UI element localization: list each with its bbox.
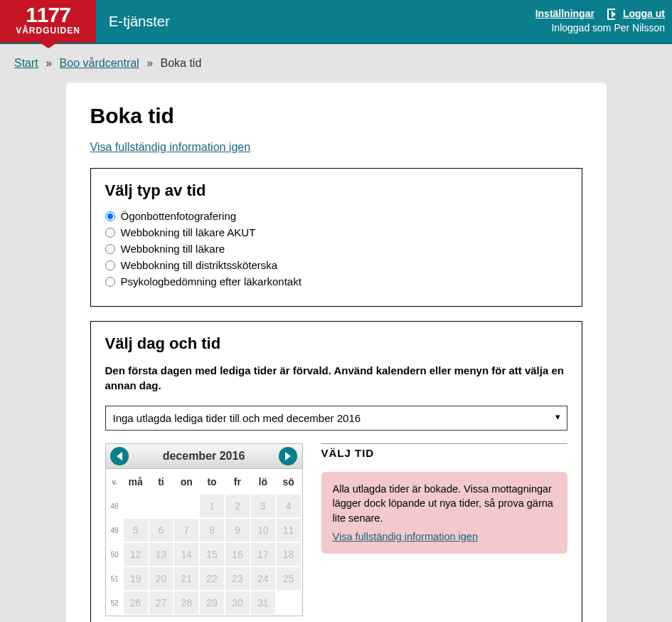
calendar-week-header: v.: [107, 470, 123, 494]
section-day-heading: Välj dag och tid: [105, 334, 567, 353]
breadcrumb-start[interactable]: Start: [14, 57, 38, 69]
appointment-type-radio[interactable]: [105, 260, 115, 270]
calendar-day[interactable]: 24: [250, 566, 276, 591]
calendar-day[interactable]: 11: [276, 518, 302, 542]
calendar-day[interactable]: 17: [250, 542, 276, 566]
breadcrumb: Start » Boo vårdcentral » Boka tid: [0, 44, 672, 83]
calendar-day[interactable]: 23: [225, 566, 250, 591]
calendar-day-header: fr: [225, 470, 250, 494]
calendar-next-button[interactable]: [279, 447, 297, 465]
time-column: VÄLJ TID Alla utlagda tider är bokade. V…: [321, 443, 567, 554]
appointment-type-option[interactable]: Ögonbottenfotografering: [105, 210, 567, 222]
appointment-type-label: Psykologbedömning efter läkarkontakt: [121, 275, 302, 288]
calendar-day[interactable]: 5: [123, 518, 149, 542]
logo-subtitle: VÅRDGUIDEN: [0, 26, 96, 36]
service-name: E-tjänster: [109, 14, 170, 30]
calendar-day[interactable]: 28: [174, 591, 199, 615]
calendar-week-number: 51: [107, 566, 123, 591]
calendar-day[interactable]: 30: [225, 591, 250, 615]
show-full-info-link[interactable]: Visa fullständig information igen: [90, 141, 251, 153]
calendar: december 2016 v.måtiontofrlösö4812344956…: [105, 443, 303, 616]
calendar-day[interactable]: 19: [123, 566, 149, 591]
logo-number: 1177: [0, 0, 96, 26]
appointment-type-option[interactable]: Psykologbedömning efter läkarkontakt: [105, 275, 567, 288]
calendar-day[interactable]: 25: [276, 566, 302, 591]
calendar-day[interactable]: 18: [276, 542, 302, 566]
calendar-day[interactable]: 21: [174, 566, 199, 591]
calendar-week-number: 52: [107, 591, 123, 615]
calendar-day[interactable]: 4: [276, 494, 302, 518]
breadcrumb-separator: »: [41, 57, 56, 69]
calendar-day[interactable]: 3: [250, 494, 276, 518]
chevron-right-icon: [285, 452, 291, 460]
calendar-prev-button[interactable]: [110, 447, 129, 465]
calendar-week-number: 50: [107, 542, 123, 566]
calendar-day-header: lö: [250, 470, 276, 494]
calendar-day[interactable]: 7: [174, 518, 199, 542]
info-box-link[interactable]: Visa fullständig information igen: [333, 529, 556, 544]
calendar-day[interactable]: 26: [123, 591, 149, 615]
calendar-week-number: 48: [107, 494, 123, 518]
calendar-day[interactable]: 13: [149, 542, 174, 566]
logged-in-as: Inloggad som Per Nilsson: [535, 21, 665, 36]
calendar-day[interactable]: 15: [199, 542, 225, 566]
logout-icon: [607, 9, 619, 20]
appointment-type-radio[interactable]: [105, 277, 115, 287]
appointment-type-radio[interactable]: [105, 228, 115, 238]
header-right: Inställningar Logga ut Inloggad som Per …: [535, 7, 665, 35]
logout-link[interactable]: Logga ut: [623, 7, 665, 21]
breadcrumb-center[interactable]: Boo vårdcentral: [60, 57, 139, 69]
no-times-info-box: Alla utlagda tider är bokade. Vissa mott…: [321, 472, 567, 554]
calendar-day[interactable]: 8: [199, 518, 225, 542]
calendar-day[interactable]: 29: [199, 591, 225, 615]
calendar-day[interactable]: 2: [225, 494, 250, 518]
appointment-type-radio[interactable]: [105, 244, 115, 254]
appointment-type-option[interactable]: Webbokning till distriktssköterska: [105, 259, 567, 271]
calendar-day[interactable]: 12: [123, 542, 149, 566]
calendar-day[interactable]: 22: [199, 566, 225, 591]
chevron-left-icon: [117, 452, 122, 460]
appointment-type-option[interactable]: Webbokning till läkare: [105, 243, 567, 255]
choose-time-heading: VÄLJ TID: [321, 443, 567, 459]
calendar-title: december 2016: [163, 450, 245, 463]
calendar-day-header: on: [174, 470, 199, 494]
appointment-type-label: Webbokning till läkare AKUT: [121, 226, 256, 238]
calendar-day[interactable]: 16: [225, 542, 250, 566]
settings-link[interactable]: Inställningar: [535, 7, 594, 21]
appointment-type-option[interactable]: Webbokning till läkare AKUT: [105, 226, 567, 238]
day-instruction: Den första dagen med lediga tider är för…: [105, 363, 567, 393]
top-header: 1177 VÅRDGUIDEN E-tjänster Inställningar…: [0, 0, 672, 44]
available-times-dropdown[interactable]: Inga utlagda lediga tider till och med d…: [105, 406, 567, 431]
calendar-day-header: sö: [276, 470, 302, 494]
section-type-heading: Välj typ av tid: [105, 181, 567, 200]
page-title: Boka tid: [90, 104, 582, 128]
calendar-day[interactable]: 20: [149, 566, 174, 591]
calendar-day-header: to: [199, 470, 225, 494]
calendar-day-header: ti: [149, 470, 174, 494]
breadcrumb-separator: »: [142, 57, 157, 69]
calendar-day[interactable]: 10: [250, 518, 276, 542]
logo[interactable]: 1177 VÅRDGUIDEN: [0, 0, 96, 43]
appointment-type-radio[interactable]: [105, 211, 115, 221]
calendar-day[interactable]: 9: [225, 518, 250, 542]
calendar-day[interactable]: 6: [149, 518, 174, 542]
appointment-type-label: Ögonbottenfotografering: [121, 210, 237, 222]
calendar-day[interactable]: 27: [149, 591, 174, 615]
section-choose-type: Välj typ av tid ÖgonbottenfotograferingW…: [90, 168, 582, 307]
info-box-text: Alla utlagda tider är bokade. Vissa mott…: [333, 483, 553, 524]
calendar-day[interactable]: 14: [174, 542, 199, 566]
main-card: Boka tid Visa fullständig information ig…: [66, 83, 607, 622]
calendar-day[interactable]: 1: [199, 494, 225, 518]
appointment-type-label: Webbokning till läkare: [121, 243, 225, 255]
calendar-week-number: 49: [107, 518, 123, 542]
section-choose-day: Välj dag och tid Den första dagen med le…: [90, 321, 582, 622]
breadcrumb-current: Boka tid: [160, 57, 201, 69]
calendar-day[interactable]: 31: [250, 591, 276, 615]
calendar-day-header: må: [123, 470, 149, 494]
appointment-type-label: Webbokning till distriktssköterska: [121, 259, 278, 271]
